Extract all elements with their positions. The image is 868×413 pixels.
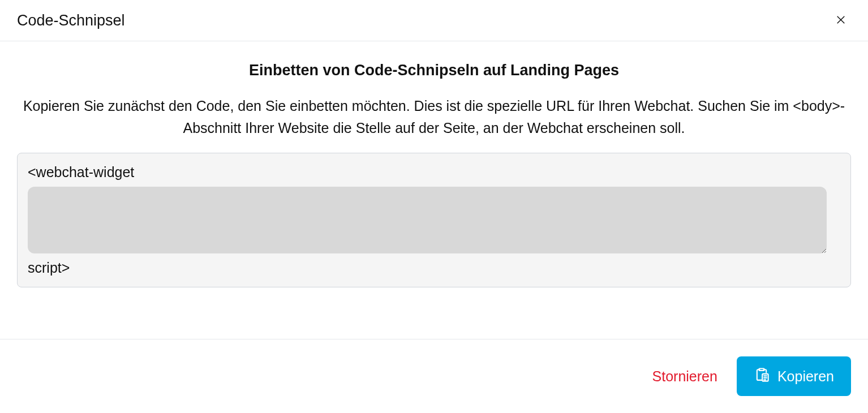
close-icon	[835, 14, 846, 27]
code-snippet-box: <webchat-widget script>	[17, 153, 851, 287]
modal-title: Code-Schnipsel	[17, 12, 125, 29]
close-button[interactable]	[831, 10, 851, 31]
cancel-button[interactable]: Stornieren	[649, 363, 721, 390]
code-line-after: script>	[28, 258, 843, 278]
modal-footer: Stornieren Kopieren	[0, 339, 868, 413]
code-textarea[interactable]	[28, 187, 827, 253]
body-description: Kopieren Sie zunächst den Code, den Sie …	[18, 95, 850, 139]
modal-body: Einbetten von Code-Schnipseln auf Landin…	[0, 41, 868, 339]
code-snippet-modal: Code-Schnipsel Einbetten von Code-Schnip…	[0, 0, 868, 413]
copy-button[interactable]: Kopieren	[737, 356, 851, 396]
body-heading: Einbetten von Code-Schnipseln auf Landin…	[17, 62, 851, 79]
copy-button-label: Kopieren	[777, 368, 834, 385]
paste-icon	[754, 367, 770, 386]
code-line-before: <webchat-widget	[28, 162, 843, 182]
modal-header: Code-Schnipsel	[0, 0, 868, 41]
